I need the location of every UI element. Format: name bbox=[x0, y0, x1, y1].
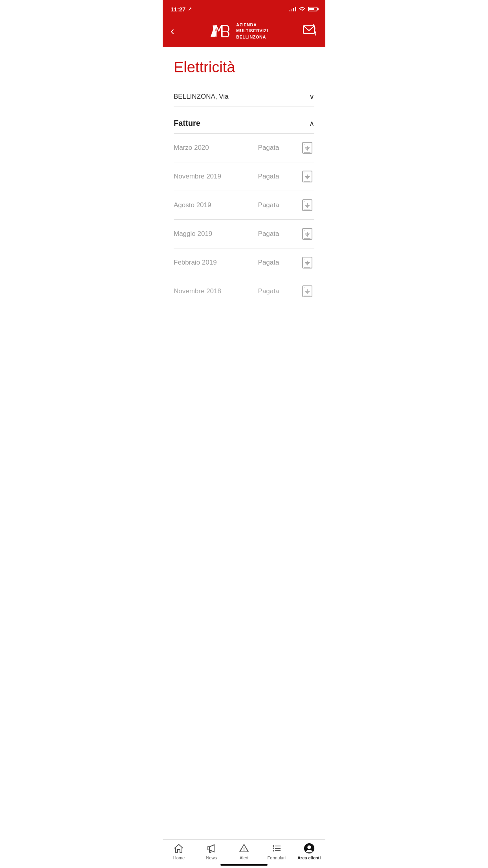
address-dropdown[interactable]: BELLINZONA, Via ∨ bbox=[174, 87, 314, 107]
time-display: 11:27 bbox=[171, 6, 185, 13]
wifi-icon bbox=[299, 6, 306, 13]
invoice-date: Febbraio 2019 bbox=[174, 259, 237, 267]
invoice-status: Pagata bbox=[237, 173, 300, 180]
signal-icon bbox=[289, 7, 296, 11]
chevron-up-icon: ∧ bbox=[309, 119, 314, 128]
download-button[interactable] bbox=[300, 284, 314, 298]
invoice-row[interactable]: Agosto 2019 Pagata bbox=[174, 191, 314, 220]
invoice-row[interactable]: Novembre 2019 Pagata bbox=[174, 162, 314, 191]
invoice-row[interactable]: Marzo 2020 Pagata bbox=[174, 134, 314, 162]
fatture-section: Fatture ∧ Marzo 2020 Pagata Novembre 201… bbox=[174, 119, 314, 298]
logo-text: AZIENDA MULTISERVIZI BELLINZONA bbox=[236, 22, 268, 40]
invoice-date: Novembre 2019 bbox=[174, 173, 237, 180]
invoice-row[interactable]: Maggio 2019 Pagata bbox=[174, 220, 314, 248]
download-button[interactable] bbox=[300, 227, 314, 241]
logo-area: AZIENDA MULTISERVIZI BELLINZONA bbox=[209, 22, 268, 40]
chevron-down-icon: ∨ bbox=[309, 92, 314, 101]
download-button[interactable] bbox=[300, 256, 314, 270]
status-time: 11:27 ↗ bbox=[171, 6, 192, 13]
amb-logo-icon bbox=[209, 22, 232, 40]
download-button[interactable] bbox=[300, 198, 314, 212]
mail-button[interactable] bbox=[303, 24, 317, 39]
invoice-row[interactable]: Febbraio 2019 Pagata bbox=[174, 248, 314, 277]
download-button[interactable] bbox=[300, 141, 314, 155]
back-button[interactable]: ‹ bbox=[171, 26, 174, 37]
fatture-title: Fatture bbox=[174, 119, 200, 128]
invoice-row[interactable]: Novembre 2018 Pagata bbox=[174, 277, 314, 298]
invoice-status: Pagata bbox=[237, 201, 300, 209]
fatture-header[interactable]: Fatture ∧ bbox=[174, 119, 314, 133]
address-text: BELLINZONA, Via bbox=[174, 93, 229, 101]
invoice-status: Pagata bbox=[237, 230, 300, 238]
invoice-status: Pagata bbox=[237, 287, 300, 295]
battery-icon bbox=[308, 7, 317, 11]
main-content: Elettricità BELLINZONA, Via ∨ Fatture ∧ … bbox=[163, 47, 325, 298]
invoice-status: Pagata bbox=[237, 259, 300, 267]
status-right bbox=[289, 6, 317, 13]
invoice-date: Agosto 2019 bbox=[174, 201, 237, 209]
invoice-list: Marzo 2020 Pagata Novembre 2019 Pagata bbox=[174, 133, 314, 298]
invoice-date: Novembre 2018 bbox=[174, 287, 237, 295]
invoice-date: Maggio 2019 bbox=[174, 230, 237, 238]
invoice-date: Marzo 2020 bbox=[174, 144, 237, 152]
invoice-status: Pagata bbox=[237, 144, 300, 152]
app-header: ‹ AZIENDA MULTISERVIZI BELLINZONA bbox=[163, 17, 325, 47]
status-bar: 11:27 ↗ bbox=[163, 0, 325, 17]
page-title: Elettricità bbox=[174, 59, 314, 76]
download-button[interactable] bbox=[300, 169, 314, 184]
location-arrow-icon: ↗ bbox=[188, 6, 192, 12]
